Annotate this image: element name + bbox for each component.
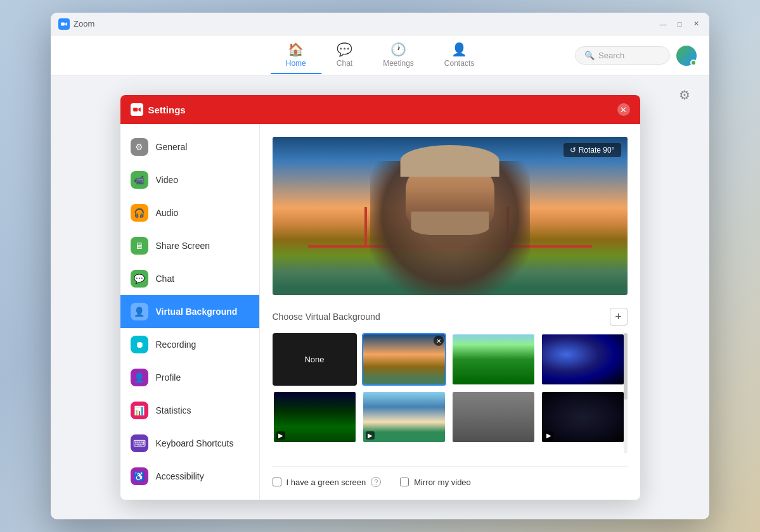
sidebar-item-recording[interactable]: ⏺ Recording: [120, 328, 259, 361]
nav-tabs: 🏠 Home 💬 Chat 🕐 Meetings 👤 Contacts: [271, 37, 489, 74]
bg-image-forest: [453, 334, 534, 384]
share-screen-icon: 🖥: [131, 237, 148, 255]
contacts-icon: 👤: [451, 42, 467, 57]
sidebar-item-keyboard-shortcuts[interactable]: ⌨ Keyboard Shortcuts: [120, 427, 259, 460]
settings-sidebar: ⚙ General 📹 Video 🎧 Audio 🖥 Share Screen: [120, 124, 260, 500]
sidebar-item-chat[interactable]: 💬 Chat: [120, 262, 259, 295]
nav-right: 🔍 Search: [575, 46, 697, 66]
bg-thumb-space[interactable]: [541, 333, 625, 386]
sidebar-label-share-screen: Share Screen: [156, 241, 210, 251]
maximize-button[interactable]: □: [674, 18, 685, 30]
sidebar-label-general: General: [156, 142, 188, 152]
video-badge-aurora: ▶: [276, 431, 285, 440]
sidebar-label-virtual-background: Virtual Background: [156, 307, 238, 317]
title-bar-logo: Zoom: [58, 18, 94, 30]
bg-none-label: None: [304, 355, 324, 364]
main-area: ⚙ Settings ✕: [51, 76, 709, 519]
tab-contacts[interactable]: 👤 Contacts: [429, 37, 489, 74]
bg-image-room: [453, 392, 534, 442]
title-bar: Zoom — □ ✕: [51, 13, 709, 35]
accessibility-icon: ♿: [131, 467, 148, 485]
tab-meetings[interactable]: 🕐 Meetings: [368, 37, 429, 74]
bg-thumbnail-grid: None ✕: [273, 333, 628, 443]
close-button[interactable]: ✕: [690, 18, 702, 30]
zoom-logo-icon: [58, 18, 70, 30]
tab-meetings-label: Meetings: [383, 59, 414, 68]
home-icon: 🏠: [288, 42, 304, 57]
add-background-button[interactable]: +: [610, 308, 628, 326]
sidebar-label-chat: Chat: [156, 274, 175, 284]
svg-rect-0: [61, 22, 65, 25]
avatar[interactable]: [676, 46, 697, 66]
window-controls: — □ ✕: [657, 18, 702, 30]
keyboard-shortcuts-icon: ⌨: [131, 434, 148, 452]
audio-icon: 🎧: [131, 204, 148, 222]
sidebar-label-accessibility: Accessibility: [156, 471, 204, 481]
settings-close-button[interactable]: ✕: [617, 103, 630, 116]
sidebar-item-general[interactable]: ⚙ General: [120, 130, 259, 163]
green-screen-option[interactable]: I have a green screen ?: [273, 477, 382, 487]
video-badge-beach: ▶: [366, 431, 375, 440]
sidebar-item-video[interactable]: 📹 Video: [120, 163, 259, 196]
minimize-button[interactable]: —: [657, 18, 669, 30]
chat-sidebar-icon: 💬: [131, 270, 148, 288]
general-icon: ⚙: [131, 138, 148, 156]
sidebar-label-profile: Profile: [156, 372, 181, 383]
sidebar-item-accessibility[interactable]: ♿ Accessibility: [120, 460, 259, 493]
bg-thumb-beach[interactable]: ▶: [362, 391, 446, 443]
mirror-video-option[interactable]: Mirror my video: [400, 478, 471, 487]
green-screen-label: I have a green screen: [287, 478, 366, 487]
bg-thumb-aurora[interactable]: ▶: [273, 391, 357, 443]
sidebar-item-audio[interactable]: 🎧 Audio: [120, 196, 259, 229]
settings-content: ↺ Rotate 90° Choose Virtual Background +…: [260, 124, 640, 500]
tab-contacts-label: Contacts: [444, 59, 474, 68]
sidebar-label-statistics: Statistics: [156, 405, 191, 415]
bg-thumb-close-icon[interactable]: ✕: [434, 336, 444, 346]
settings-title: Settings: [148, 104, 186, 115]
rotate-button[interactable]: ↺ Rotate 90°: [564, 143, 621, 157]
avatar-status-dot: [690, 60, 697, 66]
bg-thumb-none[interactable]: None: [273, 333, 357, 386]
tab-chat-label: Chat: [337, 59, 352, 68]
green-screen-checkbox[interactable]: [273, 478, 281, 486]
video-preview: ↺ Rotate 90°: [273, 137, 628, 295]
settings-modal: Settings ✕ ⚙ General 📹 Video: [120, 95, 640, 500]
sidebar-item-profile[interactable]: 👤 Profile: [120, 361, 259, 394]
bg-grid-wrapper: None ✕: [273, 333, 628, 453]
video-badge-stars: ▶: [544, 431, 553, 440]
search-bar[interactable]: 🔍 Search: [575, 46, 670, 65]
sidebar-label-video: Video: [156, 175, 179, 185]
settings-header-left: Settings: [131, 103, 186, 116]
bg-thumb-golden-gate[interactable]: ✕: [362, 333, 446, 386]
search-icon: 🔍: [584, 51, 595, 60]
mirror-video-label: Mirror my video: [414, 478, 471, 487]
chat-icon: 💬: [337, 42, 352, 57]
sidebar-item-virtual-background[interactable]: 👤 Virtual Background: [120, 295, 259, 328]
info-icon[interactable]: ?: [371, 477, 381, 487]
settings-logo-icon: [131, 103, 143, 116]
mirror-video-checkbox[interactable]: [400, 478, 409, 486]
gear-icon[interactable]: ⚙: [679, 87, 690, 103]
search-placeholder: Search: [598, 51, 624, 60]
sidebar-item-statistics[interactable]: 📊 Statistics: [120, 394, 259, 427]
tab-home[interactable]: 🏠 Home: [271, 37, 321, 74]
bg-image-stars: [542, 392, 624, 442]
tab-home-label: Home: [286, 59, 306, 68]
bg-thumb-stars[interactable]: ▶: [541, 391, 625, 443]
sidebar-label-keyboard-shortcuts: Keyboard Shortcuts: [156, 438, 234, 448]
tab-chat[interactable]: 💬 Chat: [321, 37, 368, 74]
sidebar-item-share-screen[interactable]: 🖥 Share Screen: [120, 229, 259, 262]
settings-body: ⚙ General 📹 Video 🎧 Audio 🖥 Share Screen: [120, 124, 640, 500]
bg-image-aurora: [274, 392, 356, 442]
svg-rect-1: [133, 108, 138, 111]
bg-image-beach: [363, 392, 445, 442]
options-row: I have a green screen ? Mirror my video: [273, 466, 628, 487]
bg-thumb-forest[interactable]: [451, 333, 536, 386]
sidebar-label-recording: Recording: [156, 339, 196, 350]
settings-header: Settings ✕: [120, 95, 640, 124]
bg-thumb-room[interactable]: [451, 391, 536, 443]
scrollbar-thumb[interactable]: [624, 333, 628, 400]
statistics-icon: 📊: [131, 402, 148, 419]
profile-icon: 👤: [131, 369, 148, 386]
video-icon: 📹: [131, 171, 148, 189]
